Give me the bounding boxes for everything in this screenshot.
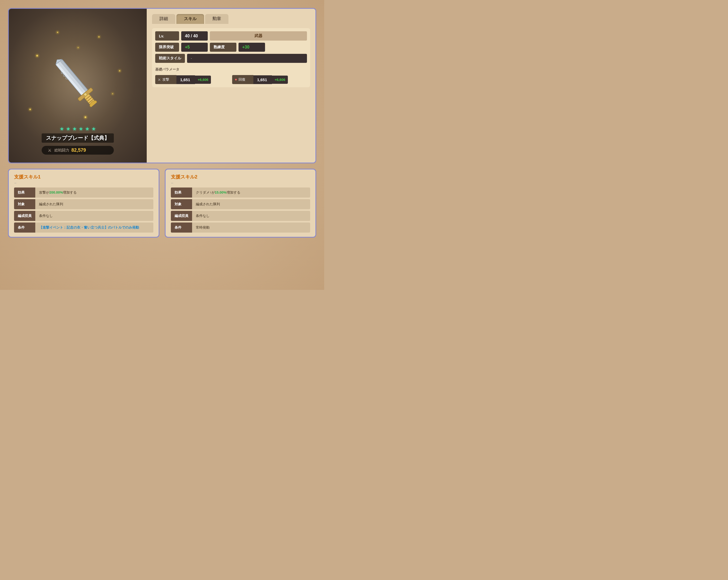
skill-1-condition-label: 条件 [14,222,35,233]
lv-row: Lv. 40 / 40 武器 [155,31,307,41]
skill-2-member-value: 条件なし [192,211,310,221]
star-6: ★ [91,126,97,132]
skill-2-effect-value: クリダメ↑が15.00%増加する [192,187,310,197]
skill-2-condition-row: 条件 常時発動 [171,222,310,233]
battle-power-icon: ⚔ [47,148,52,153]
skill-1-effect-value: 攻撃が200.00%増加する [35,187,153,197]
attack-value: 1,651 [176,75,195,84]
heart-icon: ♥ [235,77,237,82]
tab-skills[interactable]: スキル [176,14,204,24]
tab-medals[interactable]: 勲章 [205,14,228,24]
skill-2-member-label: 編成団員 [171,211,192,221]
skill-2-arrow: ← [171,181,310,185]
limit-break-value: +5 [181,43,208,52]
limit-break-label: 限界突破 [155,43,179,52]
skill-2-target-value: 編成された隊列 [192,199,310,209]
star-1: ★ [59,126,65,132]
skill-1-title: 支援スキル1 [14,174,153,180]
weapon-name: スナップブレード【式典】 [42,133,114,143]
skill-1-effect-label: 効果 [14,187,35,197]
attack-icon: ⚔ [158,78,161,81]
skill-1-condition-row: 条件 【進撃イベント：記念の衣・奮い立つ兵士】のバトルでのみ発動 [14,222,153,233]
weapon-name-area: ★ ★ ★ ★ ★ ★ スナップブレード【式典】 ⚔ 総戦闘力 82,579 [42,126,114,155]
skill-1-table: 効果 攻撃が200.00%増加する 対象 編成された隊列 編成団員 条件なし 条… [14,187,153,233]
stats-panel: 詳細 スキル 勲章 Lv. 40 / 40 武器 限界突破 +5 [147,9,315,163]
svg-rect-2 [60,59,88,92]
tactic-row: 戦術スタイル - [155,54,307,63]
star-3: ★ [72,126,77,132]
skill-1-member-label: 編成団員 [14,211,35,221]
weapon-illustration: ★ ★ ★ ★ ★ ★ スナップブレード【式典】 ⚔ 総戦闘力 82,579 [9,9,147,163]
lv-value: 40 / 40 [181,31,208,41]
attack-label: ⚔ 攻撃 [155,75,176,84]
skill-2-target-label: 対象 [171,199,192,209]
mastery-value: +30 [238,43,265,52]
svg-rect-0 [56,59,88,96]
skill-1-target-label: 対象 [14,199,35,209]
stats-grid: Lv. 40 / 40 武器 限界突破 +5 熟練度 +30 [152,28,310,87]
star-5: ★ [84,126,90,132]
tabs-row: 詳細 スキル 勲章 [152,14,310,24]
recovery-value: 1,651 [253,75,272,84]
weapon-image [34,42,116,124]
skill-2-title: 支援スキル2 [171,174,310,180]
skill-1-arrow: ← [14,181,153,185]
category-label: 武器 [210,31,307,41]
skill-1-target-row: 対象 編成された隊列 [14,199,153,209]
bottom-row: 支援スキル1 ← 効果 攻撃が200.00%増加する 対象 編成された隊列 編成… [8,169,316,238]
base-params-label: 基礎パラメータ [155,67,307,72]
skill-1-target-value: 編成された隊列 [35,199,153,209]
recovery-cell: ♥ 回復 1,651 +6,606 [232,75,307,84]
battle-power-row: ⚔ 総戦闘力 82,579 [42,146,114,155]
skill-2-effect-label: 効果 [171,187,192,197]
param-row: ⚔ 攻撃 1,651 +6,606 ♥ 回復 1,651 +6,606 [155,75,307,84]
skill-2-target-row: 対象 編成された隊列 [171,199,310,209]
battle-power-label: 総戦闘力 [54,148,69,153]
recovery-label: ♥ 回復 [232,75,253,84]
top-panel: ★ ★ ★ ★ ★ ★ スナップブレード【式典】 ⚔ 総戦闘力 82,579 [8,8,316,163]
tab-details[interactable]: 詳細 [152,14,175,24]
attack-bonus: +6,606 [195,76,211,84]
skill-1-member-row: 編成団員 条件なし [14,211,153,221]
svg-rect-1 [56,63,84,96]
page-container: ★ ★ ★ ★ ★ ★ スナップブレード【式典】 ⚔ 総戦闘力 82,579 [0,0,324,290]
star-4: ★ [78,126,84,132]
skill-2-member-row: 編成団員 条件なし [171,211,310,221]
skill-2-condition-label: 条件 [171,222,192,233]
skill-2-effect-row: 効果 クリダメ↑が15.00%増加する [171,187,310,197]
star-2: ★ [65,126,71,132]
skill-2-condition-value: 常時発動 [192,222,310,233]
skill-1-member-value: 条件なし [35,211,153,221]
support-skill-2-panel: 支援スキル2 ← 効果 クリダメ↑が15.00%増加する 対象 編成された隊列 … [165,169,316,238]
mastery-label: 熟練度 [210,43,236,52]
skill-1-condition-value: 【進撃イベント：記念の衣・奮い立つ兵士】のバトルでのみ発動 [35,222,153,233]
attack-cell: ⚔ 攻撃 1,651 +6,606 [155,75,230,84]
stars-row: ★ ★ ★ ★ ★ ★ [42,126,114,132]
skill-1-effect-row: 効果 攻撃が200.00%増加する [14,187,153,197]
limit-break-row: 限界突破 +5 熟練度 +30 [155,43,307,52]
battle-power-value: 82,579 [71,148,86,153]
recovery-bonus: +6,606 [272,76,288,84]
tactic-label: 戦術スタイル [155,54,185,63]
tactic-value: - [187,54,307,63]
lv-label: Lv. [155,31,179,41]
skill-2-table: 効果 クリダメ↑が15.00%増加する 対象 編成された隊列 編成団員 条件なし… [171,187,310,233]
support-skill-1-panel: 支援スキル1 ← 効果 攻撃が200.00%増加する 対象 編成された隊列 編成… [8,169,159,238]
